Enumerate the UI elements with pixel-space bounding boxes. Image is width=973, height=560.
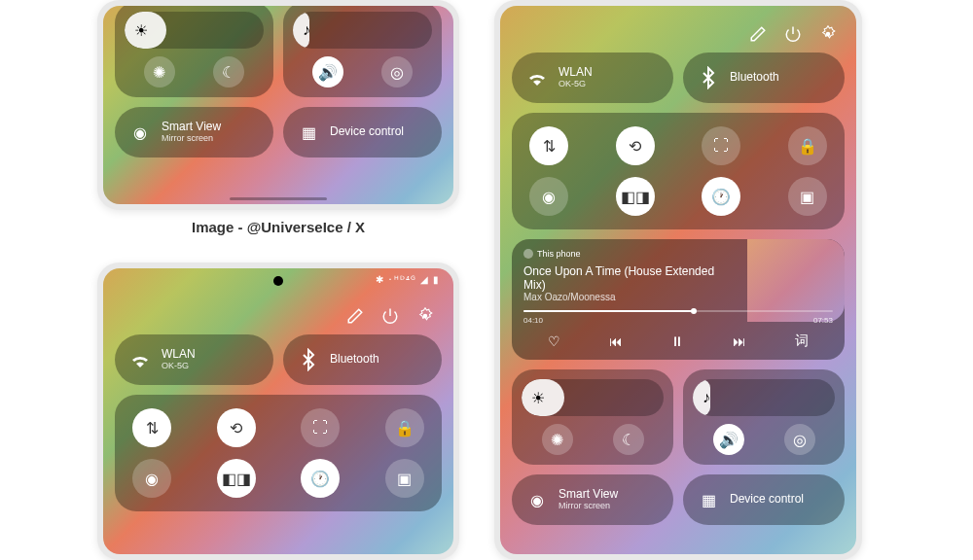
night-mode-icon[interactable]: ☾ <box>213 56 244 88</box>
lock-icon[interactable]: 🔒 <box>788 126 827 165</box>
clock-icon[interactable]: 🕐 <box>301 459 340 498</box>
home-indicator[interactable] <box>230 197 327 200</box>
screen: WLANOK-5G Bluetooth ⇅ ⟲ ⛶ 🔒 ◉ ◧◨ 🕐 ▣ Thi… <box>500 6 856 554</box>
next-icon[interactable]: ⏭ <box>733 333 746 349</box>
brightness-icon: ☀ <box>531 389 545 407</box>
multiwin-icon[interactable]: ▣ <box>385 459 424 498</box>
power-icon[interactable] <box>381 307 399 325</box>
dolby-icon[interactable]: ◧◨ <box>217 459 256 498</box>
music-title: Once Upon A Time (House Extended Mix) <box>523 264 715 292</box>
edit-icon[interactable] <box>346 307 364 325</box>
night-mode-icon[interactable]: ☾ <box>613 424 644 455</box>
note-icon: ♪ <box>703 389 710 406</box>
volume-slider[interactable]: ♪ 🔊 ◎ <box>683 369 845 465</box>
devicecontrol-pill[interactable]: ▦ Device control <box>283 107 442 158</box>
sync-icon[interactable]: ⟲ <box>616 126 655 165</box>
settings-icon[interactable] <box>416 307 434 325</box>
sound-icon[interactable]: 🔊 <box>312 56 343 88</box>
phone-frame-right: WLANOK-5G Bluetooth ⇅ ⟲ ⛶ 🔒 ◉ ◧◨ 🕐 ▣ Thi… <box>494 0 862 560</box>
status-bar: ✱ ⬝ᴴᴰ⁴ᴳ ◢ ▮ <box>376 274 440 285</box>
volume-slider[interactable]: ♪ 🔊 ◎ <box>283 6 442 97</box>
image-credit: Image - @UniverseIce / X <box>97 219 459 235</box>
devicecontrol-pill[interactable]: ▦ Device control <box>683 474 845 525</box>
play-pause-icon[interactable]: ⏸ <box>670 333 684 349</box>
location-icon[interactable]: ◉ <box>132 459 171 498</box>
music-progress[interactable] <box>523 310 833 312</box>
toggle-grid: ⇅ ⟲ ⛶ 🔒 ◉ ◧◨ 🕐 ▣ <box>512 113 845 229</box>
data-swap-icon[interactable]: ⇅ <box>529 126 568 165</box>
note-icon: ♪ <box>303 21 310 39</box>
brightness-icon: ☀ <box>134 21 148 40</box>
edit-icon[interactable] <box>749 25 767 43</box>
toggle-grid: ⇅ ⟲ ⛶ 🔒 ◉ ◧◨ 🕐 ▣ <box>115 395 442 511</box>
bluetooth-pill[interactable]: Bluetooth <box>683 52 845 103</box>
phone-frame-left-top: ☀ ✺ ☾ ♪ 🔊 ◎ ◉ Smart ViewMirror screen ▦ … <box>97 0 459 210</box>
multiwin-icon[interactable]: ▣ <box>788 177 827 216</box>
cast-icon: ◉ <box>525 488 549 511</box>
wlan-pill[interactable]: WLANOK-5G <box>115 334 273 385</box>
smartview-pill[interactable]: ◉ Smart ViewMirror screen <box>512 474 673 525</box>
screenshot-icon[interactable]: ⛶ <box>702 126 740 165</box>
power-icon[interactable] <box>784 25 802 43</box>
lyric-icon[interactable]: 词 <box>795 332 809 350</box>
auto-brightness-icon[interactable]: ✺ <box>542 424 573 455</box>
wlan-pill[interactable]: WLANOK-5G <box>512 52 673 103</box>
bluetooth-icon <box>297 348 320 371</box>
camera-notch <box>273 276 283 286</box>
lock-icon[interactable]: 🔒 <box>385 408 424 447</box>
location-icon[interactable]: ◉ <box>529 177 568 216</box>
clock-icon[interactable]: 🕐 <box>702 177 740 216</box>
settings-icon[interactable] <box>819 25 837 43</box>
bluetooth-pill[interactable]: Bluetooth <box>283 334 442 385</box>
screen: ☀ ✺ ☾ ♪ 🔊 ◎ ◉ Smart ViewMirror screen ▦ … <box>103 6 453 204</box>
phone-frame-left-bottom: ✱ ⬝ᴴᴰ⁴ᴳ ◢ ▮ WLANOK-5G Bluetooth ⇅ ⟲ ⛶ 🔒 … <box>97 262 459 560</box>
auto-brightness-icon[interactable]: ✺ <box>144 56 175 88</box>
vibrate-icon[interactable]: ◎ <box>381 56 413 88</box>
smartview-pill[interactable]: ◉ Smart ViewMirror screen <box>115 107 273 158</box>
bluetooth-icon <box>697 66 720 89</box>
sound-icon[interactable]: 🔊 <box>713 424 744 455</box>
prev-icon[interactable]: ⏮ <box>609 333 623 349</box>
grid-icon: ▦ <box>697 488 720 511</box>
heart-icon[interactable]: ♡ <box>548 333 560 349</box>
music-card[interactable]: This phone Once Upon A Time (House Exten… <box>512 239 845 360</box>
music-artist: Max Oazo/Moonessa <box>523 292 715 302</box>
grid-icon: ▦ <box>297 121 320 144</box>
dolby-icon[interactable]: ◧◨ <box>616 177 655 216</box>
screenshot-icon[interactable]: ⛶ <box>301 408 340 447</box>
vibrate-icon[interactable]: ◎ <box>784 424 815 455</box>
brightness-slider[interactable]: ☀ ✺ ☾ <box>115 6 273 97</box>
wifi-icon <box>128 348 152 371</box>
music-source: This phone <box>523 249 715 259</box>
sync-icon[interactable]: ⟲ <box>217 408 256 447</box>
cast-icon: ◉ <box>128 121 152 144</box>
data-swap-icon[interactable]: ⇅ <box>132 408 171 447</box>
wifi-icon <box>525 66 549 89</box>
screen: ✱ ⬝ᴴᴰ⁴ᴳ ◢ ▮ WLANOK-5G Bluetooth ⇅ ⟲ ⛶ 🔒 … <box>103 268 453 554</box>
brightness-slider[interactable]: ☀ ✺ ☾ <box>512 369 673 465</box>
